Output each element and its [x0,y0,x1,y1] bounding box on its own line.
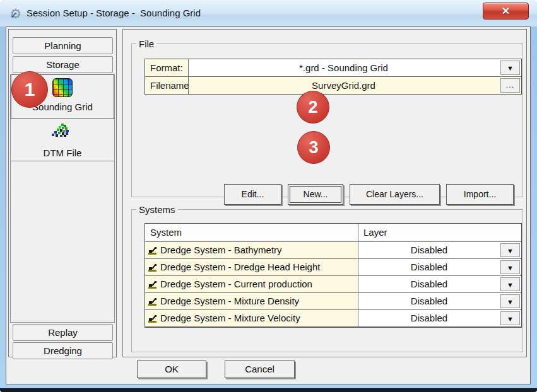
sidebar-item-dtm-file[interactable]: DTM File [11,119,114,161]
dredge-icon [148,297,158,306]
layer-dropdown-button[interactable]: ▼ [500,260,520,274]
column-header-system: System [145,224,358,241]
systems-table: System Layer Dredge System - Bathymetry … [145,223,522,328]
layer-value[interactable]: Disabled [358,276,521,292]
sidebar-item-list: Sounding Grid [10,74,115,323]
ellipsis-icon: ... [501,79,519,91]
main-panel: File Format: *.grd - Sounding Grid ▼ Fil… [122,29,527,357]
window-title: Session Setup - Storage - Sounding Grid [27,1,201,27]
file-table: Format: *.grd - Sounding Grid ▼ Filename… [145,59,522,95]
column-header-layer: Layer [358,224,521,241]
systems-group: Systems System Layer Dredge System - Bat… [131,209,523,352]
chevron-down-icon: ▼ [501,61,519,75]
table-row: Dredge System - Mixture Velocity Disable… [145,310,521,327]
system-cell: Dredge System - Mixture Velocity [145,310,358,326]
new-button[interactable]: New... [288,184,343,205]
format-label: Format: [145,59,189,76]
callout-3: 3 [297,131,330,164]
chevron-down-icon: ▼ [501,295,519,309]
dredge-icon [148,314,158,323]
layer-value[interactable]: Disabled [358,242,521,258]
dialog-window: ⚙ ✓ Session Setup - Storage - Sounding G… [0,0,537,392]
layer-dropdown-button[interactable]: ▼ [500,277,520,291]
sidebar-tab-replay[interactable]: Replay [13,324,113,341]
sidebar-tab-planning[interactable]: Planning [13,37,113,54]
layer-value[interactable]: Disabled [358,293,521,309]
table-header-row: System Layer [145,224,521,242]
layer-dropdown-button[interactable]: ▼ [500,311,520,325]
layer-value[interactable]: Disabled [358,310,521,326]
cancel-button[interactable]: Cancel [225,360,295,378]
check-icon: ✓ [10,8,18,23]
format-value[interactable]: *.grd - Sounding Grid [189,59,521,76]
close-icon: ✕ [502,6,510,16]
table-row: Dredge System - Mixture Density Disabled… [145,293,521,310]
layer-value[interactable]: Disabled [358,259,521,275]
window-bottom-edge [0,388,537,392]
file-group: File Format: *.grd - Sounding Grid ▼ Fil… [131,43,523,197]
chevron-down-icon: ▼ [501,261,519,275]
chevron-down-icon: ▼ [501,244,519,258]
close-button[interactable]: ✕ [483,3,529,20]
system-cell: Dredge System - Dredge Head Height [145,259,358,275]
systems-group-title: Systems [136,204,178,215]
table-row: Dredge System - Current production Disab… [145,276,521,293]
chevron-down-icon: ▼ [501,312,519,326]
filename-row: Filename: SurveyGrid.grd ... [145,77,521,94]
dtm-file-icon [50,123,74,146]
filename-value[interactable]: SurveyGrid.grd [189,77,521,94]
sidebar-tab-storage[interactable]: Storage [13,56,113,73]
format-dropdown-button[interactable]: ▼ [500,61,520,75]
table-row: Dredge System - Bathymetry Disabled ▼ [145,242,521,259]
system-cell: Dredge System - Mixture Density [145,293,358,309]
sidebar-item-label: DTM File [11,147,114,158]
layer-dropdown-button[interactable]: ▼ [500,294,520,308]
table-row: Dredge System - Dredge Head Height Disab… [145,259,521,276]
filename-label: Filename: [145,77,189,94]
ok-button[interactable]: OK [137,360,206,378]
dialog-client-area: Planning Storage Sounding Grid [6,26,531,384]
sidebar-tab-dredging[interactable]: Dredging [13,342,113,359]
file-group-title: File [136,38,156,49]
layer-dropdown-button[interactable]: ▼ [500,243,520,257]
callout-1: 1 [11,71,48,108]
chevron-down-icon: ▼ [501,278,519,292]
dredge-icon [148,280,158,289]
system-cell: Dredge System - Bathymetry [145,242,358,258]
title-bar[interactable]: ⚙ ✓ Session Setup - Storage - Sounding G… [0,0,537,26]
dredge-icon [148,246,158,255]
sounding-grid-icon [52,78,73,97]
dredge-icon [148,263,158,272]
callout-2: 2 [297,91,329,124]
gear-check-icon: ⚙ ✓ [8,6,23,21]
filename-browse-button[interactable]: ... [500,78,520,93]
edit-button[interactable]: Edit... [224,184,281,205]
clear-layers-button[interactable]: Clear Layers... [350,184,440,205]
system-cell: Dredge System - Current production [145,276,358,292]
import-button[interactable]: Import... [446,184,514,205]
format-row: Format: *.grd - Sounding Grid ▼ [145,59,521,77]
